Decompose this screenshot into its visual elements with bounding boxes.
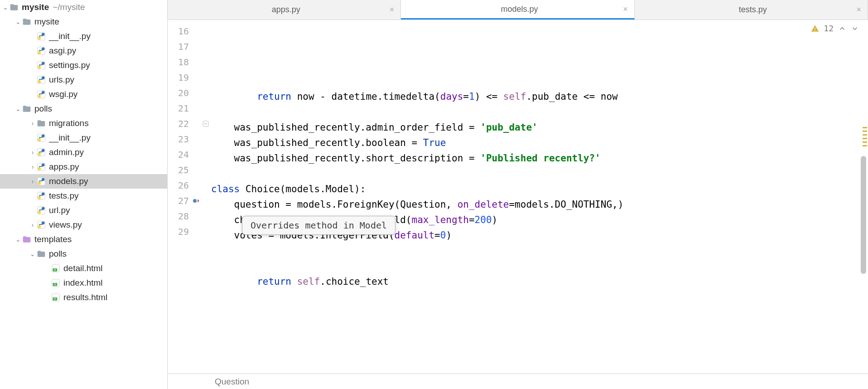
tree-item-views-py[interactable]: ›views.py: [0, 218, 167, 232]
tree-item-label: templates: [34, 234, 72, 244]
code-line[interactable]: [211, 289, 868, 305]
svg-point-35: [42, 222, 45, 225]
inspection-summary[interactable]: 12: [811, 24, 859, 33]
code-line[interactable]: class Choice(models.Model):: [211, 181, 868, 197]
line-number: 22: [168, 116, 211, 131]
tree-item-url-py[interactable]: url.py: [0, 203, 167, 218]
tab-apps-py[interactable]: apps.py×: [168, 0, 401, 19]
line-number: 20: [168, 85, 211, 101]
svg-point-19: [38, 153, 41, 156]
tree-item-label: polls: [34, 104, 52, 114]
svg-point-5: [42, 48, 45, 51]
line-number: 27: [168, 193, 211, 209]
tree-item-polls[interactable]: ⌄polls: [0, 102, 167, 116]
line-number: 25: [168, 162, 211, 178]
svg-point-31: [38, 211, 41, 214]
svg-point-13: [38, 95, 41, 98]
project-tree[interactable]: ⌄mysite~/mysite⌄mysite__init__.pyasgi.py…: [0, 0, 168, 389]
close-icon[interactable]: ×: [623, 5, 628, 14]
close-icon[interactable]: ×: [856, 5, 861, 15]
code-line[interactable]: [211, 166, 868, 181]
code-line[interactable]: was_published_recently.boolean = True: [211, 135, 868, 151]
chevron-down-icon[interactable]: [851, 24, 859, 33]
chevron-up-icon[interactable]: [838, 24, 846, 33]
svg-text:H: H: [54, 297, 56, 300]
code-line[interactable]: was_published_recently.admin_order_field…: [211, 120, 868, 135]
line-number: 16: [168, 24, 211, 39]
tree-item-tests-py[interactable]: tests.py: [0, 189, 167, 203]
tab-label: models.py: [501, 5, 538, 14]
svg-point-17: [42, 135, 45, 138]
code-line[interactable]: question = models.ForeignKey(Question, o…: [211, 197, 868, 212]
code-editor[interactable]: Overrides method in Model 12 return now …: [211, 20, 868, 374]
tree-item-results-html[interactable]: Hresults.html: [0, 290, 167, 305]
python-file-icon: [36, 176, 46, 186]
tree-item-label: __init__.py: [49, 31, 91, 41]
folder-icon: [36, 249, 46, 259]
line-number: 28: [168, 209, 211, 224]
editor-tabs: apps.py×models.py×tests.py×: [168, 0, 868, 20]
svg-point-7: [38, 66, 41, 69]
line-number: 19: [168, 70, 211, 85]
tree-item-label: mysite: [34, 17, 59, 27]
tree-item-migrations[interactable]: ›migrations: [0, 116, 167, 131]
code-line[interactable]: return self.choice_text: [211, 274, 868, 289]
svg-point-32: [42, 207, 45, 210]
svg-point-16: [38, 138, 41, 141]
tree-item-urls-py[interactable]: urls.py: [0, 73, 167, 87]
tab-label: tests.py: [739, 5, 767, 15]
folder-icon: [22, 234, 32, 244]
code-line[interactable]: return now - datetime.timedelta(days=1) …: [211, 89, 868, 104]
tree-item-label: models.py: [49, 176, 88, 186]
tree-item-templates[interactable]: ⌄templates: [0, 232, 167, 247]
svg-point-25: [38, 182, 41, 185]
tree-item-index-html[interactable]: Hindex.html: [0, 276, 167, 290]
python-file-icon: [36, 191, 46, 201]
tree-item-label: __init__.py: [49, 133, 91, 143]
tree-item-__init__-py[interactable]: __init__.py: [0, 131, 167, 145]
tree-item-__init__-py[interactable]: __init__.py: [0, 29, 167, 44]
tree-item-label: urls.py: [49, 75, 74, 85]
python-file-icon: [36, 60, 46, 70]
breadcrumb-item[interactable]: Question: [215, 377, 249, 387]
tree-item-label: admin.py: [49, 147, 84, 157]
svg-point-14: [42, 91, 45, 94]
tree-item-admin-py[interactable]: ›admin.py: [0, 145, 167, 160]
html-file-icon: H: [51, 278, 61, 288]
tree-item-label: wsgi.py: [49, 89, 77, 99]
svg-point-34: [38, 225, 41, 229]
tree-item-settings-py[interactable]: settings.py: [0, 58, 167, 73]
breadcrumb-bar[interactable]: Question: [168, 374, 868, 389]
code-line[interactable]: was_published_recently.short_description…: [211, 151, 868, 166]
tree-item-polls[interactable]: ⌄polls: [0, 247, 167, 261]
scrollbar-thumb[interactable]: [861, 156, 866, 274]
code-line[interactable]: [211, 243, 868, 258]
tree-item-asgi-py[interactable]: asgi.py: [0, 44, 167, 58]
svg-point-56: [193, 199, 197, 203]
svg-point-1: [38, 37, 41, 40]
editor-area: apps.py×models.py×tests.py× 161718192021…: [168, 0, 868, 389]
code-line[interactable]: [211, 258, 868, 274]
close-icon[interactable]: ×: [390, 5, 395, 15]
html-file-icon: H: [51, 292, 61, 302]
tree-item-detail-html[interactable]: Hdetail.html: [0, 261, 167, 276]
tab-tests-py[interactable]: tests.py×: [635, 0, 868, 19]
override-icon[interactable]: [193, 197, 200, 204]
tree-item-models-py[interactable]: ›models.py: [0, 174, 167, 189]
warning-count: 12: [824, 24, 834, 33]
line-number: 24: [168, 147, 211, 162]
tree-item-label: mysite: [22, 2, 49, 12]
line-number: 18: [168, 54, 211, 70]
fold-icon[interactable]: [203, 121, 209, 127]
tree-item-apps-py[interactable]: ›apps.py: [0, 160, 167, 174]
tab-models-py[interactable]: models.py×: [401, 0, 634, 19]
tree-item-mysite[interactable]: ⌄mysite~/mysite: [0, 0, 167, 15]
tree-item-wsgi-py[interactable]: wsgi.py: [0, 87, 167, 102]
tree-item-label: settings.py: [49, 60, 90, 70]
svg-point-10: [38, 80, 41, 83]
svg-point-22: [38, 167, 41, 170]
code-line[interactable]: [211, 104, 868, 120]
folder-icon: [22, 104, 32, 114]
tree-item-mysite[interactable]: ⌄mysite: [0, 15, 167, 29]
tree-item-label: detail.html: [63, 263, 103, 273]
